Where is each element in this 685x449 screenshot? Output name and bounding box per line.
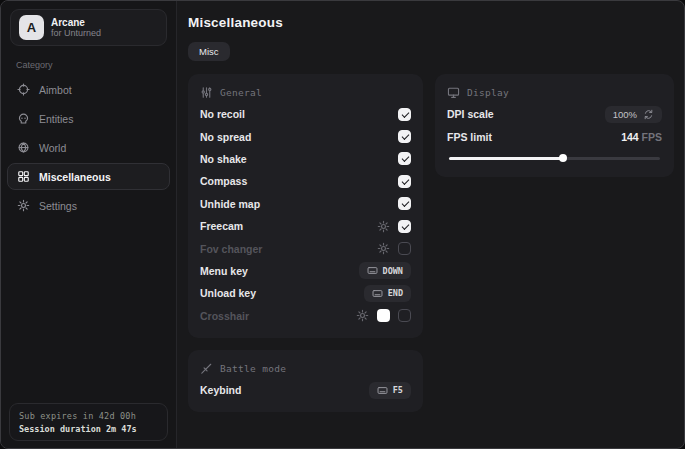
sidebar-item-label: Miscellaneous [39, 171, 111, 183]
checkbox[interactable] [398, 152, 411, 165]
keybind-value: END [388, 288, 403, 298]
sidebar-item-aimbot[interactable]: Aimbot [7, 76, 170, 103]
gear-icon[interactable] [356, 309, 369, 322]
panel-general-title: General [220, 87, 262, 98]
panel-battle-header: Battle mode [200, 362, 411, 375]
checkbox[interactable] [398, 130, 411, 143]
app-subtitle: for Unturned [51, 28, 151, 38]
panel-display-header: Display [447, 86, 662, 99]
checkbox[interactable] [398, 108, 411, 121]
checkbox[interactable] [398, 175, 411, 188]
checkbox[interactable] [398, 309, 411, 322]
status-box: Sub expires in 42d 00h Session duration … [9, 403, 168, 441]
setting-label: Fov changer [200, 243, 262, 255]
keybind-button[interactable]: DOWN [359, 262, 411, 279]
sidebar: A Arcane for Unturned Category AimbotEnt… [1, 1, 177, 448]
keybind-value: F5 [393, 385, 403, 395]
dpi-scale-row: DPI scale 100% [447, 103, 662, 125]
keybind-button[interactable]: END [364, 285, 411, 302]
category-label: Category [16, 60, 176, 70]
panel-battle-mode: Battle mode KeybindF5 [188, 350, 423, 412]
fps-limit-row: FPS limit 144 FPS [447, 125, 662, 147]
setting-label: Crosshair [200, 310, 249, 322]
checkbox[interactable] [398, 220, 411, 233]
sidebar-item-settings[interactable]: Settings [7, 192, 170, 219]
setting-row-crosshair: Crosshair [200, 305, 411, 327]
avatar: A [19, 15, 44, 40]
tab-misc[interactable]: Misc [188, 42, 230, 61]
dpi-scale-label: DPI scale [447, 108, 494, 120]
skull-icon [17, 112, 30, 125]
gear-icon[interactable] [377, 220, 390, 233]
app-name: Arcane [51, 17, 151, 29]
setting-label: Unhide map [200, 198, 260, 210]
sidebar-item-entities[interactable]: Entities [7, 105, 170, 132]
setting-controls [377, 242, 411, 255]
setting-label: No shake [200, 153, 247, 165]
setting-row-menu-key: Menu keyDOWN [200, 260, 411, 282]
sidebar-item-label: Entities [39, 113, 73, 125]
brand-text: Arcane for Unturned [51, 17, 151, 39]
checkbox[interactable] [398, 242, 411, 255]
setting-controls: END [364, 285, 411, 302]
setting-row-unhide-map: Unhide map [200, 193, 411, 215]
setting-label: Compass [200, 175, 247, 187]
sword-icon [200, 362, 213, 375]
sidebar-nav: AimbotEntitiesWorldMiscellaneousSettings [1, 76, 176, 219]
general-rows: No recoilNo spreadNo shakeCompassUnhide … [200, 103, 411, 327]
brand-card[interactable]: A Arcane for Unturned [10, 9, 167, 46]
panel-battle-title: Battle mode [220, 363, 286, 374]
grid-icon [17, 170, 30, 183]
monitor-icon [447, 86, 460, 99]
sidebar-item-miscellaneous[interactable]: Miscellaneous [7, 163, 170, 190]
crosshair-icon [17, 83, 30, 96]
slider-thumb[interactable] [559, 154, 567, 162]
keyboard-icon [367, 265, 378, 276]
dpi-scale-value: 100% [613, 109, 637, 120]
fps-limit-value: 144 FPS [621, 131, 662, 143]
panel-display-title: Display [467, 87, 509, 98]
setting-controls [356, 309, 411, 322]
page-title: Miscellaneous [188, 15, 674, 30]
setting-row-no-shake: No shake [200, 148, 411, 170]
slider-fill [449, 157, 563, 160]
sidebar-item-label: Settings [39, 200, 77, 212]
tab-bar: Misc [188, 42, 674, 61]
setting-controls: DOWN [359, 262, 411, 279]
keyboard-icon [372, 288, 383, 299]
setting-label: Menu key [200, 265, 248, 277]
checkbox[interactable] [398, 197, 411, 210]
setting-row-fov-changer: Fov changer [200, 237, 411, 259]
sidebar-item-world[interactable]: World [7, 134, 170, 161]
keybind-button[interactable]: F5 [369, 382, 411, 399]
setting-row-unload-key: Unload keyEND [200, 282, 411, 304]
keyboard-icon [377, 385, 388, 396]
setting-row-no-recoil: No recoil [200, 103, 411, 125]
setting-controls [398, 108, 411, 121]
setting-label: Keybind [200, 384, 241, 396]
dpi-scale-select[interactable]: 100% [605, 106, 662, 123]
app-window: A Arcane for Unturned Category AimbotEnt… [0, 0, 685, 449]
battle-rows: KeybindF5 [200, 379, 411, 401]
setting-row-compass: Compass [200, 170, 411, 192]
fps-limit-label: FPS limit [447, 131, 492, 143]
panel-general-header: General [200, 86, 411, 99]
setting-controls [398, 197, 411, 210]
gear-icon[interactable] [377, 242, 390, 255]
cycle-icon [643, 109, 654, 120]
setting-controls [398, 152, 411, 165]
color-swatch[interactable] [377, 309, 390, 322]
panel-display: Display DPI scale 100% FPS limit 144 [435, 74, 674, 177]
sidebar-item-label: World [39, 142, 66, 154]
session-duration-text: Session duration 2m 47s [19, 424, 158, 434]
right-column: Display DPI scale 100% FPS limit 144 [435, 74, 674, 177]
sub-expiry-text: Sub expires in 42d 00h [19, 411, 158, 421]
fps-limit-slider[interactable] [449, 157, 660, 160]
setting-controls [377, 220, 411, 233]
setting-row-keybind: KeybindF5 [200, 379, 411, 401]
setting-label: No recoil [200, 108, 245, 120]
panel-columns: General No recoilNo spreadNo shakeCompas… [188, 74, 674, 412]
panel-general: General No recoilNo spreadNo shakeCompas… [188, 74, 423, 338]
setting-label: Freecam [200, 220, 243, 232]
keybind-value: DOWN [383, 266, 403, 276]
